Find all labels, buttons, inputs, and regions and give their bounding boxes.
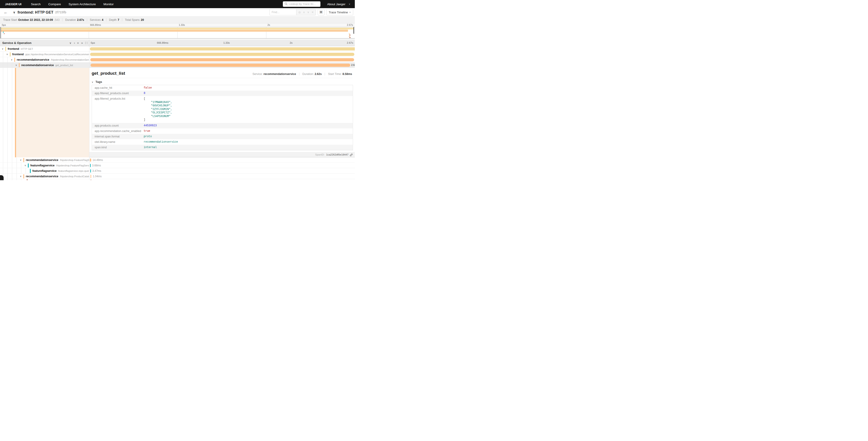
row-timeline: 3.47ms	[89, 168, 355, 174]
row-timeline: 1.04ms	[89, 174, 355, 179]
nav-item-system-architecture[interactable]: System Architecture	[68, 2, 96, 6]
collapse-all-icon[interactable]: »	[78, 41, 79, 45]
row-timeline	[89, 179, 355, 180]
row-timeline	[89, 46, 355, 52]
duration-label: Duration	[65, 18, 76, 22]
expand-all-icon[interactable]: »	[81, 41, 83, 45]
chevron-down-icon[interactable]: ∨	[20, 159, 23, 161]
trace-id-lookup-input[interactable]	[283, 1, 320, 7]
span-bar[interactable]	[90, 169, 91, 173]
app-logo[interactable]: JAEGER UI	[5, 2, 22, 6]
trace-view-label: Trace Timeline	[329, 11, 348, 14]
panel-resize-grip[interactable]	[85, 42, 87, 44]
span-row-frontend-httpget[interactable]: ∨ frontend HTTP GET	[0, 46, 355, 52]
chevron-down-icon[interactable]: ∨	[11, 58, 14, 61]
row-service: recommendationservice	[17, 58, 49, 61]
expand-one-icon[interactable]: ›	[74, 41, 75, 45]
row-operation: HTTP GET	[21, 48, 33, 50]
tick-label: 0μs	[91, 41, 95, 44]
row-operation: get_product_list	[56, 64, 73, 66]
row-service: recommendationservice	[21, 64, 54, 67]
find-input[interactable]	[270, 9, 296, 16]
row-service: recommendationservice	[26, 175, 58, 178]
tag-value: 8	[144, 91, 353, 96]
row-operation: /hipstershop.FeatureFlagService...	[60, 159, 89, 161]
floating-corner-button[interactable]	[0, 175, 4, 180]
chevron-down-icon[interactable]: ∨	[2, 48, 5, 50]
tag-key: internal.span.format	[92, 134, 144, 139]
tags-section-toggle[interactable]: ∨ Tags	[92, 80, 355, 84]
trace-collapse-chevron[interactable]: ∨	[13, 11, 16, 14]
span-row-partial[interactable]	[0, 179, 355, 180]
tag-key: app.cache_hit	[92, 85, 144, 91]
duration-value: 2.67s	[77, 18, 84, 22]
start-time-label: Start Time:	[328, 72, 342, 76]
minimap-canvas[interactable]	[0, 27, 355, 38]
span-bar[interactable]	[90, 47, 355, 51]
duration-label: Duration:	[302, 72, 314, 76]
trace-title: frontend: HTTP GET	[18, 10, 53, 14]
search-icon	[285, 2, 288, 5]
span-row-frontend-grpc[interactable]: ∨ frontend grpc.hipstershop.Recommendati…	[0, 52, 355, 57]
chevron-down-icon[interactable]: ∨	[16, 64, 19, 66]
trace-start-label: Trace Start	[3, 18, 17, 22]
keyboard-shortcuts-button[interactable]: ⌘	[318, 9, 324, 16]
back-arrow-button[interactable]: ←	[4, 10, 8, 15]
chevron-down-icon[interactable]: ∨	[6, 53, 10, 56]
row-service: recommendationservice	[26, 158, 58, 161]
span-bar[interactable]	[91, 64, 350, 67]
trace-view-select[interactable]: Trace Timeline ∨	[326, 9, 353, 16]
span-bar[interactable]	[90, 164, 91, 167]
tag-row: span.kind internal	[92, 145, 353, 150]
tag-value: proto	[144, 134, 353, 139]
tag-key: app.filtered_products.count	[92, 91, 144, 96]
span-row-featureflagservice-repo[interactable]: featureflagservice featureflagservice.re…	[0, 168, 355, 174]
span-bar[interactable]	[91, 179, 91, 180]
trace-start-value: October 22 2022, 22:10:09	[18, 18, 53, 22]
nav-item-compare[interactable]: Compare	[49, 2, 61, 6]
collapse-one-icon[interactable]: ∨	[69, 41, 71, 45]
row-operation: /hipstershop.FeatureFlagService/Ge...	[56, 164, 89, 167]
minimap-ticks: 0μs 666.89ms 1.33s 2s 2.67s	[0, 23, 355, 27]
chevron-down-icon[interactable]: ∨	[25, 164, 28, 167]
prev-result-icon[interactable]: ∧	[303, 11, 305, 14]
chevron-down-icon: ∨	[92, 81, 93, 83]
tag-row: app.cache_hit false	[92, 85, 353, 91]
trace-id: 2f715fb	[55, 10, 66, 14]
span-bar[interactable]	[90, 58, 354, 61]
nav-item-monitor[interactable]: Monitor	[103, 2, 114, 6]
span-bar[interactable]	[91, 175, 91, 178]
tick-label: 2.67s	[347, 41, 353, 44]
tag-row: otel.library.name recommendationservice	[92, 139, 353, 145]
span-detail-title: get_product_list	[92, 71, 125, 76]
row-timeline: 3.68ms	[89, 163, 355, 168]
chevron-down-icon[interactable]: ∨	[20, 175, 23, 177]
service-color-bar	[23, 174, 24, 178]
span-row-productcatalog-parent[interactable]: ∨ recommendationservice /hipstershop.Pro…	[0, 174, 355, 179]
next-result-icon[interactable]: ∨	[307, 11, 309, 14]
span-row-featureflagservice-get[interactable]: ∨ featureflagservice /hipstershop.Featur…	[0, 163, 355, 168]
minimap-left-handle[interactable]	[0, 27, 1, 38]
clear-find-icon[interactable]: ✕	[312, 11, 314, 14]
span-rows-top: ∨ frontend HTTP GET ∨ frontend grpc.hips…	[0, 46, 355, 68]
nav-item-search[interactable]: Search	[31, 2, 41, 6]
service-color-bar	[23, 158, 24, 162]
tag-row: app.products.count 44530923	[92, 123, 353, 128]
row-operation: featureflagservice.repo.query:fe...	[58, 170, 89, 172]
service-color-bar	[27, 179, 28, 180]
about-jaeger-menu[interactable]: About Jaeger	[327, 2, 345, 6]
locate-icon[interactable]: ◎	[298, 11, 301, 14]
span-bar[interactable]	[90, 53, 354, 56]
service-color-bar	[5, 47, 6, 51]
span-bar[interactable]	[90, 158, 91, 161]
span-row-featureflag-parent[interactable]: ∨ recommendationservice /hipstershop.Fea…	[0, 157, 355, 163]
service-operation-title: Service & Operation	[2, 41, 69, 45]
link-icon[interactable]	[350, 153, 353, 156]
timeline-header-ticks: 0μs 666.89ms 1.33s 2s 2.67s	[89, 40, 355, 46]
services-label: Services	[90, 18, 101, 22]
service-color-bar	[28, 164, 29, 168]
tag-key: span.kind	[92, 145, 144, 150]
span-row-get-product-list[interactable]: ∨ recommendationservice get_product_list…	[0, 62, 355, 68]
minimap-right-handle[interactable]	[353, 27, 354, 34]
span-row-recommendation-list[interactable]: ∨ recommendationservice /hipstershop.Rec…	[0, 57, 355, 62]
